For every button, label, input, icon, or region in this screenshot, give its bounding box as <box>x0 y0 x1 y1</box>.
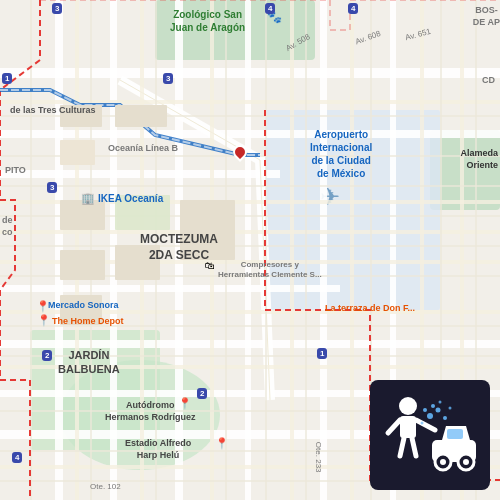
svg-point-70 <box>443 416 447 420</box>
homedepot-pin: 📍 <box>37 314 51 327</box>
svg-line-64 <box>388 420 400 433</box>
svg-point-73 <box>439 401 442 404</box>
svg-rect-81 <box>447 429 463 439</box>
badge-2-left-low: 2 <box>42 350 52 361</box>
badge-4-bottom-left: 4 <box>12 452 22 463</box>
svg-point-71 <box>431 404 435 408</box>
svg-point-74 <box>449 407 452 410</box>
svg-point-78 <box>440 459 446 465</box>
badge-3-mid: 3 <box>163 73 173 84</box>
badge-1-left: 1 <box>2 73 12 84</box>
svg-point-80 <box>463 459 469 465</box>
svg-point-62 <box>399 397 417 415</box>
badge-2-bottom-mid: 2 <box>197 388 207 399</box>
svg-line-66 <box>400 438 404 456</box>
autodromo-pin: 📍 <box>178 397 192 410</box>
ikea-building-icon: 🏢 <box>81 192 95 205</box>
carwash-icon <box>380 388 480 482</box>
badge-1-right-low: 1 <box>317 348 327 359</box>
svg-point-75 <box>421 422 424 425</box>
badge-4-top-mid: 4 <box>265 3 275 14</box>
svg-point-69 <box>436 408 441 413</box>
svg-point-68 <box>427 413 433 419</box>
estadio-pin: 📍 <box>215 437 229 450</box>
badge-4-top-right: 4 <box>348 3 358 14</box>
mercado-pin: 📍 <box>36 300 50 313</box>
compresores-icon: 🛍 <box>205 260 215 271</box>
svg-point-72 <box>423 408 427 412</box>
carwash-panel <box>370 380 490 490</box>
svg-line-67 <box>412 438 416 456</box>
badge-3-top: 3 <box>52 3 62 14</box>
svg-line-65 <box>416 420 435 430</box>
map-container: ✈ <box>0 0 500 500</box>
badge-3-left-mid: 3 <box>47 182 57 193</box>
